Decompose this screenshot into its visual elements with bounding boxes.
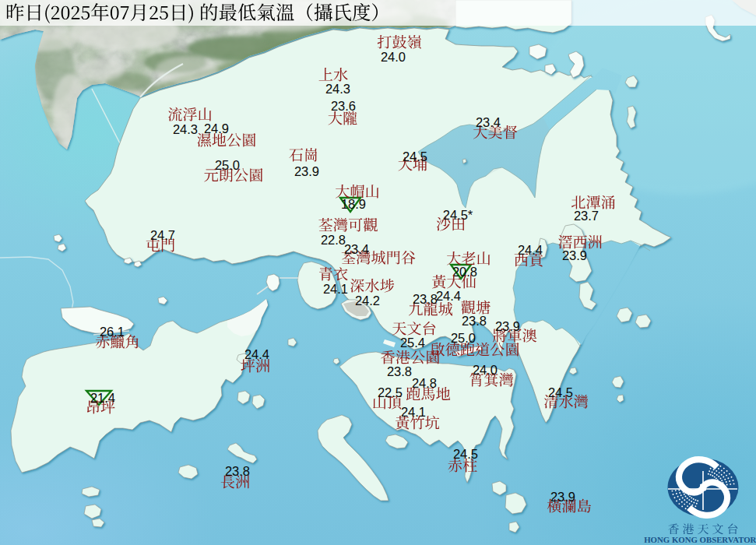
svg-text:24.0: 24.0 bbox=[473, 363, 498, 377]
svg-text:24.3: 24.3 bbox=[325, 82, 350, 96]
svg-text:23.9: 23.9 bbox=[294, 164, 319, 178]
svg-text:23.4: 23.4 bbox=[344, 242, 369, 256]
svg-text:22.8: 22.8 bbox=[321, 233, 346, 247]
svg-text:24.1: 24.1 bbox=[323, 282, 348, 296]
svg-text:HONG KONG OBSERVATORY: HONG KONG OBSERVATORY bbox=[644, 535, 756, 544]
svg-text:26.1: 26.1 bbox=[100, 325, 125, 339]
svg-text:24.4: 24.4 bbox=[436, 289, 461, 303]
svg-text:23.4: 23.4 bbox=[476, 115, 501, 129]
svg-text:24.7: 24.7 bbox=[150, 228, 175, 242]
svg-text:24.5: 24.5 bbox=[548, 385, 573, 399]
svg-text:23.6: 23.6 bbox=[331, 99, 356, 113]
svg-text:24.5*: 24.5* bbox=[443, 208, 473, 222]
svg-text:24.3: 24.3 bbox=[173, 122, 198, 136]
svg-text:25.4: 25.4 bbox=[400, 336, 425, 350]
svg-text:23.7: 23.7 bbox=[574, 209, 599, 223]
svg-text:24.2: 24.2 bbox=[355, 294, 380, 308]
svg-text:25.0: 25.0 bbox=[451, 331, 476, 345]
svg-text:21.4: 21.4 bbox=[90, 391, 115, 405]
svg-text:23.9: 23.9 bbox=[495, 319, 520, 333]
svg-text:24.9: 24.9 bbox=[204, 121, 229, 135]
svg-text:23.8: 23.8 bbox=[225, 464, 250, 478]
svg-text:24.4: 24.4 bbox=[244, 347, 269, 361]
svg-text:23.8: 23.8 bbox=[413, 292, 438, 306]
svg-text:24.5: 24.5 bbox=[403, 149, 427, 164]
svg-text:24.5: 24.5 bbox=[453, 447, 478, 461]
svg-text:22.5: 22.5 bbox=[378, 385, 403, 399]
svg-text:24.1: 24.1 bbox=[401, 405, 426, 419]
svg-text:23.8: 23.8 bbox=[387, 364, 412, 378]
svg-text:18.9: 18.9 bbox=[341, 197, 366, 211]
svg-text:24.8: 24.8 bbox=[412, 376, 437, 390]
svg-text:24.0: 24.0 bbox=[381, 50, 406, 64]
svg-text:24.4: 24.4 bbox=[518, 243, 543, 257]
svg-text:25.0: 25.0 bbox=[215, 158, 240, 172]
svg-text:23.9: 23.9 bbox=[550, 490, 575, 504]
svg-text:23.8: 23.8 bbox=[462, 314, 487, 328]
svg-text:23.9: 23.9 bbox=[562, 248, 587, 262]
